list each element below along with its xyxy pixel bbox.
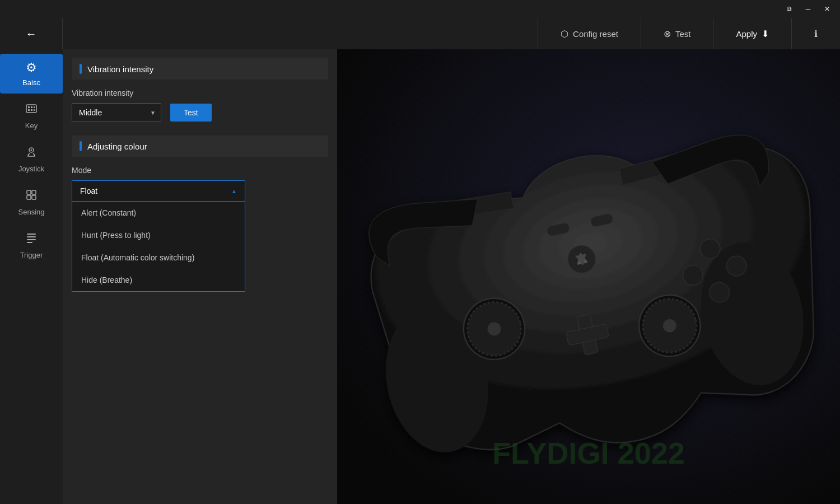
vibration-row: Low Middle High Test	[72, 103, 328, 122]
sidebar-item-baisc[interactable]: ⚙ Baisc	[0, 54, 63, 94]
topbar: ← ⬡ Config reset ⊗ Test Apply ⬇ ℹ	[0, 18, 840, 49]
vibration-select-wrapper: Low Middle High	[72, 103, 161, 122]
vibration-test-button[interactable]: Test	[170, 104, 212, 122]
config-reset-label: Config reset	[573, 29, 618, 39]
svg-rect-1	[28, 106, 30, 108]
svg-rect-0	[26, 105, 36, 113]
minimize-button[interactable]: ─	[800, 3, 816, 15]
sidebar-item-sensing[interactable]: Sensing	[0, 182, 63, 223]
colour-section-header: Adjusting colour	[72, 136, 328, 157]
joystick-icon	[25, 146, 38, 161]
apply-label: Apply	[736, 29, 757, 39]
svg-rect-3	[34, 106, 35, 108]
svg-rect-14	[27, 236, 36, 237]
apply-icon: ⬇	[762, 29, 769, 39]
sidebar-item-joystick-label: Joystick	[18, 165, 44, 173]
back-button[interactable]: ←	[0, 18, 63, 49]
vibration-select[interactable]: Low Middle High	[72, 103, 161, 122]
svg-rect-15	[27, 239, 36, 240]
sidebar-item-key[interactable]: Key	[0, 96, 63, 137]
svg-rect-11	[27, 195, 31, 199]
vibration-section-header: Vibration intensity	[72, 58, 328, 80]
sidebar-item-key-label: Key	[25, 122, 38, 130]
svg-rect-9	[27, 190, 31, 194]
mode-dropdown-container: Float ▲ Alert (Constant) Hunt (Press to …	[72, 180, 245, 292]
content-panel: Vibration intensity Vibration intensity …	[63, 49, 337, 504]
main-area: ← ⬡ Config reset ⊗ Test Apply ⬇ ℹ ⚙	[0, 18, 840, 504]
back-icon: ←	[26, 27, 37, 40]
body-area: ⚙ Baisc Key	[0, 49, 840, 504]
mode-dropdown-trigger[interactable]: Float ▲	[72, 180, 245, 202]
mode-label: Mode	[72, 166, 328, 175]
titlebar: ⧉ ─ ✕	[0, 0, 840, 18]
info-action[interactable]: ℹ	[791, 18, 840, 49]
sensing-icon	[25, 189, 38, 204]
config-reset-icon: ⬡	[561, 29, 568, 39]
baisc-icon: ⚙	[26, 60, 37, 75]
config-reset-action[interactable]: ⬡ Config reset	[538, 18, 641, 49]
close-button[interactable]: ✕	[819, 3, 836, 15]
dropdown-arrow-icon: ▲	[231, 188, 237, 194]
sidebar-item-trigger-label: Trigger	[20, 251, 43, 259]
trigger-icon	[25, 232, 38, 248]
dropdown-item-1[interactable]: Hunt (Press to light)	[72, 224, 245, 246]
sidebar-item-baisc-label: Baisc	[22, 78, 40, 87]
dropdown-item-3[interactable]: Hide (Breathe)	[72, 269, 245, 291]
info-icon: ℹ	[814, 29, 818, 39]
svg-rect-6	[34, 109, 35, 111]
controller-svg: FLYDIGI 2022	[337, 49, 840, 504]
sidebar-item-trigger[interactable]: Trigger	[0, 225, 63, 266]
test-action-label: Test	[675, 29, 691, 39]
vibration-field-label: Vibration intensity	[72, 88, 328, 97]
svg-rect-10	[32, 190, 36, 194]
dropdown-item-2[interactable]: Float (Automatic color switching)	[72, 246, 245, 269]
svg-point-8	[31, 150, 32, 151]
restore-button[interactable]: ⧉	[781, 3, 797, 15]
svg-rect-16	[27, 242, 32, 243]
svg-rect-4	[28, 109, 30, 111]
dropdown-selected-value: Float	[80, 186, 97, 195]
svg-text:FLYDIGI 2022: FLYDIGI 2022	[492, 436, 685, 470]
svg-rect-12	[32, 195, 36, 199]
sidebar-item-joystick[interactable]: Joystick	[0, 139, 63, 180]
svg-rect-13	[27, 234, 36, 235]
mode-dropdown-menu: Alert (Constant) Hunt (Press to light) F…	[72, 202, 245, 292]
background-area: FLYDIGI 2022	[337, 49, 840, 504]
svg-rect-5	[31, 109, 32, 111]
sidebar: ⚙ Baisc Key	[0, 49, 63, 504]
test-action[interactable]: ⊗ Test	[641, 18, 713, 49]
key-icon	[25, 102, 38, 118]
apply-action[interactable]: Apply ⬇	[713, 18, 791, 49]
dropdown-item-0[interactable]: Alert (Constant)	[72, 202, 245, 224]
test-icon: ⊗	[664, 29, 671, 39]
svg-rect-2	[31, 106, 32, 108]
topbar-actions: ⬡ Config reset ⊗ Test Apply ⬇ ℹ	[63, 18, 840, 49]
sidebar-item-sensing-label: Sensing	[18, 208, 45, 216]
